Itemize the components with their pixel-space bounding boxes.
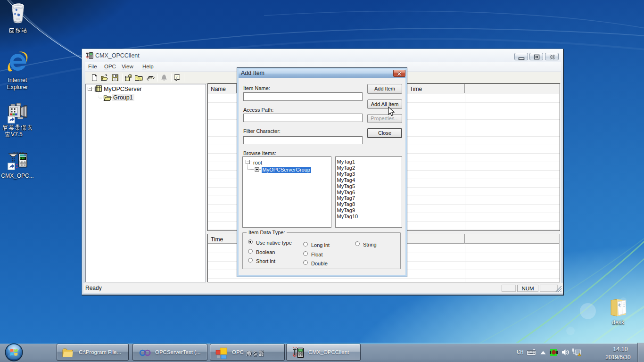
svg-text:CMX: CMX	[20, 157, 25, 160]
svg-text:?: ?	[176, 75, 178, 80]
